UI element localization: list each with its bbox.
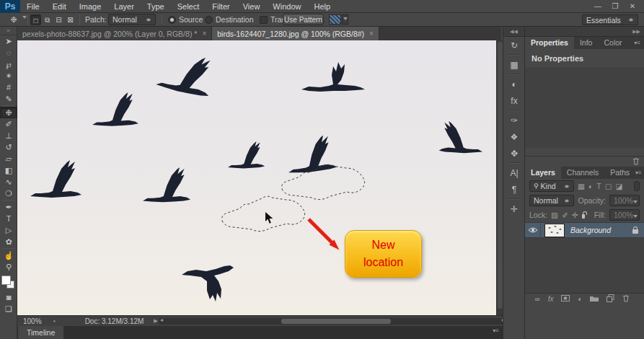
canvas[interactable]: New location <box>17 40 496 315</box>
menu-window[interactable]: Window <box>266 0 307 13</box>
history-panel-icon[interactable]: ↻ <box>503 37 525 53</box>
paragraph-panel-icon[interactable]: ¶ <box>503 181 525 198</box>
zoom-tool[interactable]: ⚲ <box>0 261 17 273</box>
layer-visibility-toggle[interactable] <box>525 222 541 238</box>
color-swatches[interactable] <box>0 273 17 291</box>
destination-radio[interactable] <box>205 16 213 24</box>
filter-pixel-layers-icon[interactable]: ▦ <box>578 182 585 190</box>
tab-channels[interactable]: Channels <box>561 167 604 179</box>
menu-file[interactable]: File <box>20 0 46 13</box>
hand-tool[interactable]: ☝ <box>0 250 17 261</box>
blend-mode-dropdown[interactable]: Normal <box>529 195 574 206</box>
close-button[interactable]: ✕ <box>624 0 641 13</box>
quick-mask-button[interactable]: ◙ <box>0 291 17 303</box>
history-brush-tool[interactable]: ↺ <box>0 141 17 153</box>
horizontal-scrollbar[interactable]: ◂ ▸ <box>159 318 506 325</box>
blur-tool[interactable]: ∿ <box>0 176 17 188</box>
vertical-scrollbar[interactable] <box>496 40 503 315</box>
filter-type-layers-icon[interactable]: T <box>596 182 601 190</box>
patch-destination-selection[interactable] <box>222 196 305 231</box>
new-layer-icon[interactable] <box>606 294 614 304</box>
layer-effects-icon[interactable]: fx <box>548 295 554 303</box>
filter-shape-layers-icon[interactable]: ▢ <box>605 182 612 190</box>
new-adjustment-layer-icon[interactable]: ◐ <box>578 295 582 303</box>
tab-layers[interactable]: Layers <box>525 167 561 179</box>
lock-transparency-icon[interactable]: ▨ <box>551 211 558 219</box>
pattern-swatch[interactable] <box>329 14 341 25</box>
adjustments-panel-icon[interactable]: ◐ <box>503 76 525 92</box>
layer-name[interactable]: Background <box>570 226 632 234</box>
opacity-field[interactable]: 100% <box>609 195 640 206</box>
scroll-left-icon[interactable]: ◂ <box>160 317 163 323</box>
marquee-tool[interactable]: ◌ <box>0 47 17 58</box>
delete-icon[interactable] <box>632 157 640 167</box>
document-tab-birds[interactable]: birds-1624407_1280.jpg @ 100% (RGB/8#) × <box>212 27 379 40</box>
fill-field[interactable]: 100% <box>609 209 640 221</box>
strip-expand-icon[interactable]: ◀◀ <box>503 27 524 37</box>
path-selection-tool[interactable]: ▷ <box>0 224 17 236</box>
new-group-icon[interactable] <box>590 294 599 303</box>
menu-type[interactable]: Type <box>141 0 171 13</box>
tool-presets-panel-icon[interactable]: ✛ <box>503 201 525 217</box>
menu-image[interactable]: Image <box>73 0 108 13</box>
menu-help[interactable]: Help <box>307 0 337 13</box>
timeline-tab[interactable]: Timeline <box>18 326 63 339</box>
eyedropper-tool[interactable]: ✎ <box>0 93 17 105</box>
destination-label[interactable]: Destination <box>216 15 254 24</box>
toolbar-collapse-icon[interactable]: » <box>0 27 17 35</box>
lock-position-icon[interactable]: ✛ <box>572 211 578 219</box>
character-panel-icon[interactable]: A| <box>503 164 525 181</box>
tab-close-icon[interactable]: × <box>202 30 206 38</box>
patch-tool-preset-icon[interactable]: ❉ <box>5 14 22 25</box>
filter-smart-object-icon[interactable]: ◪ <box>616 182 623 190</box>
lock-all-icon[interactable] <box>582 214 585 219</box>
lock-image-icon[interactable]: ✐ <box>562 211 568 219</box>
type-tool[interactable]: T <box>0 213 17 224</box>
tab-color[interactable]: Color <box>598 37 627 49</box>
source-label[interactable]: Source <box>179 15 203 24</box>
workspace-dropdown[interactable]: Essentials <box>582 14 638 25</box>
eraser-tool[interactable]: ▱ <box>0 153 17 164</box>
menu-view[interactable]: View <box>237 0 267 13</box>
layer-filter-dropdown[interactable]: ⚲ Kind <box>529 180 574 192</box>
crop-tool[interactable]: # <box>0 82 17 93</box>
timeline-menu-icon[interactable]: ▾≡ <box>493 327 499 334</box>
add-to-selection-button[interactable]: ⧉ <box>42 14 53 25</box>
use-pattern-button[interactable]: Use Pattern <box>283 14 324 25</box>
screen-mode-button[interactable]: ❏ <box>0 303 17 314</box>
clone-stamp-tool[interactable]: ⊥ <box>0 130 17 141</box>
link-layers-icon[interactable]: ∞ <box>535 295 540 303</box>
vertical-scrollbar-thumb[interactable] <box>498 42 503 309</box>
panel-menu-icon[interactable]: ▾≡ <box>634 37 644 49</box>
dodge-tool[interactable]: ❍ <box>0 188 17 199</box>
lasso-tool[interactable]: ℘ <box>0 58 17 70</box>
filter-toggle-switch[interactable] <box>634 181 640 191</box>
document-tab-pexels[interactable]: pexels-photo-88637.jpg @ 200% (Layer 0, … <box>17 27 212 40</box>
styles-panel-icon[interactable]: fx <box>503 92 525 109</box>
layer-thumbnail[interactable] <box>544 224 565 237</box>
pen-tool[interactable]: ✒ <box>0 201 17 213</box>
gradient-tool[interactable]: ◧ <box>0 164 17 176</box>
layer-row-background[interactable]: Background <box>525 222 644 238</box>
filter-adjustment-layers-icon[interactable]: ◐ <box>588 182 593 190</box>
tab-properties[interactable]: Properties <box>525 37 574 49</box>
brush-presets-panel-icon[interactable]: ❖ <box>503 128 525 145</box>
patch-mode-dropdown[interactable]: Normal <box>108 14 156 25</box>
menu-filter[interactable]: Filter <box>206 0 236 13</box>
menu-edit[interactable]: Edit <box>46 0 73 13</box>
tab-close-icon[interactable]: × <box>369 30 374 38</box>
clone-source-panel-icon[interactable]: ✥ <box>503 145 525 162</box>
menu-layer[interactable]: Layer <box>107 0 141 13</box>
restore-button[interactable]: ❐ <box>606 0 624 13</box>
tab-info[interactable]: Info <box>574 37 599 49</box>
quick-selection-tool[interactable]: ✶ <box>0 70 17 82</box>
intersect-selection-button[interactable]: ⊠ <box>65 14 76 25</box>
source-radio[interactable] <box>168 16 176 24</box>
shape-tool[interactable]: ✿ <box>0 236 17 247</box>
status-popup-arrow-icon[interactable]: ▶ <box>154 318 157 324</box>
panels-collapse-icon[interactable]: ▶▶ <box>525 27 644 37</box>
tab-paths[interactable]: Paths <box>604 167 635 179</box>
delete-layer-icon[interactable] <box>622 294 630 304</box>
new-selection-button[interactable]: □ <box>30 14 41 25</box>
brush-tool[interactable]: ✐ <box>0 118 17 130</box>
